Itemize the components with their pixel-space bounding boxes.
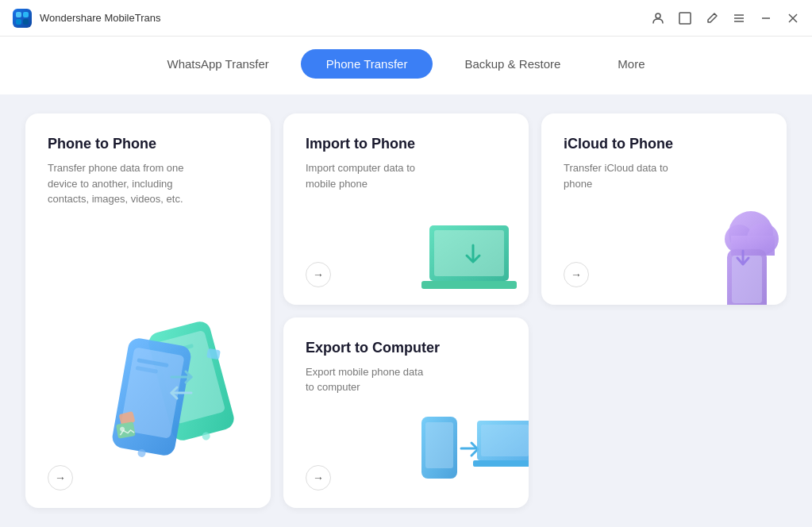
svg-rect-3 [23,19,29,25]
svg-rect-27 [434,230,504,276]
profile-icon[interactable] [652,12,664,25]
main-content: Phone to Phone Transfer phone data from … [0,94,812,527]
nav-whatsapp-transfer[interactable]: WhatsApp Transfer [141,49,294,79]
card-icloud-arrow[interactable]: → [564,262,589,287]
svg-rect-0 [16,12,21,17]
app-icon [13,9,32,28]
card-icloud-desc: Transfer iCloud data to phone [564,160,684,191]
phone-to-phone-illustration [96,302,255,460]
card-icloud-to-phone[interactable]: iCloud to Phone Transfer iCloud data to … [541,113,787,305]
cards-grid: Phone to Phone Transfer phone data from … [25,113,787,508]
card-phone-to-phone-arrow[interactable]: → [48,465,73,490]
close-icon[interactable] [787,12,799,25]
card-phone-to-phone-title: Phone to Phone [48,136,248,152]
card-export-desc: Export mobile phone data to computer [306,364,426,395]
menu-icon[interactable] [733,12,745,25]
nav-bar: WhatsApp Transfer Phone Transfer Backup … [0,37,812,94]
card-import-arrow[interactable]: → [306,262,331,287]
svg-point-4 [656,13,660,18]
svg-rect-38 [481,425,529,456]
svg-rect-5 [679,13,691,24]
svg-rect-36 [425,422,453,468]
import-illustration [418,202,521,297]
titlebar: Wondershare MobileTrans [0,0,812,37]
titlebar-controls [652,12,799,25]
export-illustration [410,405,521,500]
svg-rect-28 [421,281,517,289]
card-export-arrow[interactable]: → [306,465,331,490]
svg-rect-2 [16,19,21,25]
titlebar-left: Wondershare MobileTrans [13,9,160,28]
card-phone-to-phone-desc: Transfer phone data from one device to a… [48,160,208,207]
nav-more[interactable]: More [592,49,670,79]
minimize-icon[interactable] [760,12,772,25]
svg-rect-1 [23,12,29,17]
card-export-title: Export to Computer [306,340,506,356]
svg-rect-24 [116,421,136,439]
svg-rect-39 [473,460,529,467]
window-icon[interactable] [679,12,691,25]
svg-rect-34 [732,256,762,303]
card-import-to-phone[interactable]: Import to Phone Import computer data to … [283,113,529,305]
card-export-to-computer[interactable]: Export to Computer Export mobile phone d… [283,317,529,509]
edit-icon[interactable] [706,12,718,25]
card-phone-to-phone[interactable]: Phone to Phone Transfer phone data from … [25,113,271,508]
app-title: Wondershare MobileTrans [40,12,160,24]
card-icloud-title: iCloud to Phone [564,136,764,152]
icloud-illustration [675,202,779,297]
nav-backup-restore[interactable]: Backup & Restore [439,49,586,79]
card-import-title: Import to Phone [306,136,506,152]
nav-phone-transfer[interactable]: Phone Transfer [301,49,433,79]
card-import-desc: Import computer data to mobile phone [306,160,426,191]
